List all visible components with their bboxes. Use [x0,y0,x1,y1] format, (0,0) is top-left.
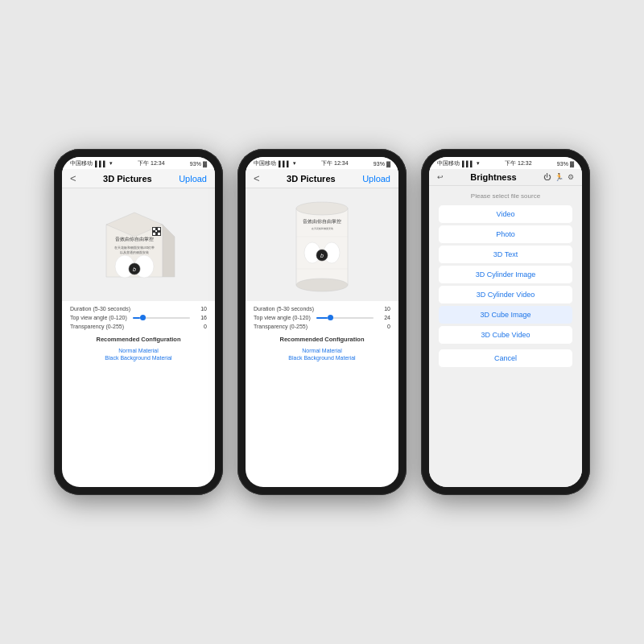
carrier-label: 中国移动 [70,159,93,167]
upload-button[interactable]: Upload [362,174,390,184]
phone-2-settings: Duration (5-30 seconds) 10 Top view angl… [246,301,398,365]
nav-title: Brightness [470,172,516,182]
black-bg-material-link[interactable]: Black Background Material [70,355,207,361]
svg-rect-11 [153,228,155,230]
time-label: 下午 12:32 [505,159,531,167]
nav-right-icons: ⏻ 🏃 ⚙ [543,173,574,181]
setting-topview: Top view angle (0-120) 16 [70,315,207,320]
carrier-label: 中国移动 [254,159,276,167]
setting-duration: Duration (5-30 seconds) 10 [254,306,390,312]
nav-title: 3D Pictures [287,174,336,184]
duration-value: 10 [196,306,207,312]
settings-icon[interactable]: ⚙ [568,173,574,181]
cylinder-image: 音效由你自由掌控 在天花板和侧面安装 b [282,192,362,297]
status-left: 中国移动 ▌▌▌ ▾ [437,159,480,167]
transparency-label: Transparency (0-255) [254,324,376,329]
menu-item-3d-cylinder-image[interactable]: 3D Cylinder Image [439,266,572,284]
rec-config-title: Recommended Configuration [254,332,390,346]
time-label: 下午 12:34 [321,159,348,167]
phone-2-navbar: < 3D Pictures Upload [246,169,398,188]
battery-label: 93% [190,161,201,167]
run-icon[interactable]: 🏃 [555,173,564,181]
cancel-button[interactable]: Cancel [439,349,572,368]
upload-button[interactable]: Upload [179,174,207,184]
svg-text:在天花板和侧面安装: 在天花板和侧面安装 [312,227,333,230]
phone-3: 中国移动 ▌▌▌ ▾ 下午 12:32 93% ▓ ↩ Brightness ⏻ [421,149,590,495]
status-left: 中国移动 ▌▌▌ ▾ [254,159,296,167]
signal-icon: ▌▌▌ [95,161,107,167]
normal-material-link[interactable]: Normal Material [70,348,207,353]
svg-point-18 [296,279,348,291]
nav-left-icons: ↩ [437,173,444,181]
svg-text:在天花板和侧面安装LED灯带: 在天花板和侧面安装LED灯带 [114,246,155,250]
menu-item-3d-cylinder-video[interactable]: 3D Cylinder Video [439,286,572,304]
signal-icon: ▌▌▌ [462,161,474,167]
phone-2-screen: 中国移动 ▌▌▌ ▾ 下午 12:34 93% ▓ < 3D Pictures … [246,157,398,487]
status-right: 93% ▓ [190,161,207,167]
time-label: 下午 12:34 [138,159,164,167]
rec-config-title: Recommended Configuration [70,332,207,346]
wifi-icon: ▾ [109,160,113,167]
phone-3-screen: 中国移动 ▌▌▌ ▾ 下午 12:32 93% ▓ ↩ Brightness ⏻ [429,157,582,487]
phone-1-settings: Duration (5-30 seconds) 10 Top view angl… [62,301,215,365]
status-right: 93% ▓ [557,161,574,167]
topview-label: Top view angle (0-120) [70,315,127,320]
menu-header: Please select file source [471,192,540,200]
phone-1-status-bar: 中国移动 ▌▌▌ ▾ 下午 12:34 93% ▓ [62,157,215,169]
status-left: 中国移动 ▌▌▌ ▾ [70,159,113,167]
phone-2: 中国移动 ▌▌▌ ▾ 下午 12:34 93% ▓ < 3D Pictures … [237,149,407,495]
setting-topview: Top view angle (0-120) 24 [254,315,390,320]
menu-item-3d-cube-image[interactable]: 3D Cube Image [439,306,572,324]
battery-label: 93% [374,161,385,167]
svg-rect-15 [155,230,157,232]
duration-label: Duration (5-30 seconds) [70,306,192,312]
phone-2-image-area: 音效由你自由掌控 在天花板和侧面安装 b [246,188,398,301]
menu-item-3dtext[interactable]: 3D Text [439,246,572,264]
nav-title: 3D Pictures [103,174,152,184]
topview-label: Top view angle (0-120) [254,315,311,320]
battery-icon: ▓ [570,161,574,167]
battery-label: 93% [557,161,568,167]
battery-icon: ▓ [386,161,390,167]
back-button[interactable]: < [70,172,76,184]
setting-duration: Duration (5-30 seconds) 10 [70,306,207,312]
phone-1-screen: 中国移动 ▌▌▌ ▾ 下午 12:34 93% ▓ < 3D Pictures … [62,157,215,487]
transparency-value: 0 [379,324,390,329]
duration-label: Duration (5-30 seconds) [254,306,376,312]
svg-text:音效由你自由掌控: 音效由你自由掌控 [303,218,341,224]
battery-icon: ▓ [203,161,207,167]
topview-slider[interactable] [133,317,190,319]
phone-1: 中国移动 ▌▌▌ ▾ 下午 12:34 93% ▓ < 3D Pictures … [54,149,223,495]
power-icon[interactable]: ⏻ [543,173,551,181]
duration-value: 10 [379,306,390,312]
menu-item-video[interactable]: Video [439,205,572,224]
topview-slider[interactable] [316,317,374,319]
svg-text:音效由你自由掌控: 音效由你自由掌控 [115,236,154,242]
normal-material-link[interactable]: Normal Material [254,348,390,353]
setting-transparency: Transparency (0-255) 0 [254,324,390,329]
wifi-icon: ▾ [477,160,480,167]
menu-item-3d-cube-video[interactable]: 3D Cube Video [439,326,572,345]
phone-1-image-area: 音效由你自由掌控 在天花板和侧面安装LED灯带 以及普通的侧面安装 b [62,188,215,301]
svg-text:以及普通的侧面安装: 以及普通的侧面安装 [120,250,149,254]
signal-icon: ▌▌▌ [279,161,291,167]
phones-container: 中国移动 ▌▌▌ ▾ 下午 12:34 93% ▓ < 3D Pictures … [54,149,590,495]
svg-text:b: b [320,253,324,258]
cube-image: 音效由你自由掌控 在天花板和侧面安装LED灯带 以及普通的侧面安装 b [94,200,183,289]
back-icon[interactable]: ↩ [437,173,444,181]
svg-rect-14 [158,233,160,235]
status-right: 93% ▓ [374,161,390,167]
phone-3-status-bar: 中国移动 ▌▌▌ ▾ 下午 12:32 93% ▓ [429,157,582,169]
topview-value: 16 [196,315,207,320]
svg-point-17 [296,202,348,215]
menu-item-photo[interactable]: Photo [439,225,572,244]
wifi-icon: ▾ [293,160,296,167]
file-source-menu: Please select file source Video Photo 3D… [429,186,582,487]
setting-transparency: Transparency (0-255) 0 [70,324,207,329]
back-button[interactable]: < [254,172,260,184]
phone-3-navbar: ↩ Brightness ⏻ 🏃 ⚙ [429,169,582,186]
phone-2-status-bar: 中国移动 ▌▌▌ ▾ 下午 12:34 93% ▓ [246,157,398,169]
black-bg-material-link[interactable]: Black Background Material [254,355,390,361]
svg-rect-13 [153,233,155,235]
carrier-label: 中国移动 [437,159,460,167]
